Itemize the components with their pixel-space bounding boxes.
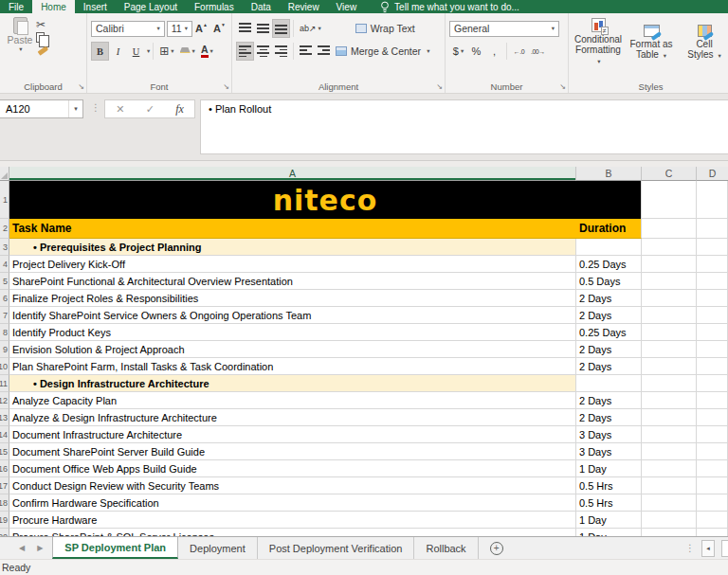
task-cell[interactable]: Procure Hardware bbox=[9, 512, 576, 529]
empty-cell[interactable] bbox=[697, 307, 728, 324]
empty-cell[interactable] bbox=[697, 358, 728, 375]
percent-button[interactable]: % bbox=[467, 42, 485, 61]
empty-cell[interactable] bbox=[642, 358, 697, 375]
decrease-decimal-button[interactable]: .00→ bbox=[528, 42, 548, 61]
row-number[interactable]: 9 bbox=[0, 341, 9, 358]
row-number[interactable]: 10 bbox=[0, 358, 9, 375]
empty-cell[interactable] bbox=[642, 307, 697, 324]
empty-cell[interactable] bbox=[642, 273, 697, 290]
ribbon-tab-insert[interactable]: Insert bbox=[75, 0, 116, 13]
align-left-button[interactable] bbox=[236, 42, 254, 61]
insert-function-icon[interactable]: fx bbox=[175, 102, 184, 117]
name-box-dropdown-icon[interactable]: ▾ bbox=[68, 100, 82, 117]
sheet-tab-sp-deployment-plan[interactable]: SP Deployment Plan bbox=[52, 537, 178, 559]
empty-cell[interactable] bbox=[642, 219, 697, 239]
align-middle-button[interactable] bbox=[254, 19, 272, 38]
ribbon-tab-file[interactable]: File bbox=[0, 0, 32, 13]
increase-indent-button[interactable] bbox=[315, 42, 333, 61]
font-dialog-launcher[interactable]: ↘ bbox=[223, 83, 229, 91]
empty-cell[interactable] bbox=[642, 375, 697, 392]
task-cell[interactable]: Document SharePoint Server Build Guide bbox=[9, 443, 576, 460]
duration-cell[interactable]: 2 Days bbox=[576, 358, 642, 375]
row-number[interactable]: 15 bbox=[0, 443, 9, 460]
duration-cell[interactable]: 3 Days bbox=[576, 426, 642, 443]
duration-cell[interactable]: 2 Days bbox=[576, 392, 642, 409]
column-header-d[interactable]: D bbox=[697, 167, 728, 181]
number-format-combo[interactable]: General ▾ bbox=[449, 21, 559, 37]
underline-button[interactable]: U bbox=[127, 42, 145, 61]
hscroll-left-button[interactable]: ◂ bbox=[701, 540, 715, 557]
duration-cell[interactable]: 2 Days bbox=[576, 409, 642, 426]
empty-cell[interactable] bbox=[642, 426, 697, 443]
align-right-button[interactable] bbox=[272, 42, 290, 61]
tell-me-box[interactable]: Tell me what you want to do... bbox=[380, 0, 519, 13]
cut-icon[interactable]: ✂ bbox=[36, 19, 48, 30]
alignment-dialog-launcher[interactable]: ↘ bbox=[436, 83, 443, 91]
wrap-text-button[interactable]: Wrap Text bbox=[353, 23, 418, 34]
empty-cell[interactable] bbox=[642, 290, 697, 307]
empty-cell[interactable] bbox=[697, 181, 728, 219]
sheet-tab-post-deployment-verification[interactable]: Post Deployment Verification bbox=[258, 537, 415, 559]
empty-cell[interactable] bbox=[697, 443, 728, 460]
currency-button[interactable]: $▾ bbox=[449, 42, 467, 61]
task-cell[interactable]: Identify SharePoint Service Owners & Ong… bbox=[9, 307, 576, 324]
task-cell[interactable]: Procure SharePoint & SQL Server Licenses bbox=[9, 529, 576, 536]
row-number[interactable]: 3 bbox=[0, 239, 9, 256]
empty-cell[interactable] bbox=[697, 512, 728, 529]
empty-cell[interactable] bbox=[697, 219, 728, 239]
row-number[interactable]: 7 bbox=[0, 307, 9, 324]
ribbon-tab-formulas[interactable]: Formulas bbox=[186, 0, 243, 13]
duration-cell[interactable]: 0.5 Days bbox=[576, 273, 642, 290]
formula-bar-grip[interactable]: ⋮ bbox=[91, 102, 100, 113]
duration-cell[interactable]: 0.5 Hrs bbox=[576, 477, 642, 494]
empty-cell[interactable] bbox=[642, 460, 697, 477]
formula-input[interactable]: • Plan Rollout bbox=[200, 99, 728, 154]
empty-cell[interactable] bbox=[697, 256, 728, 273]
duration-cell[interactable] bbox=[576, 239, 642, 256]
font-size-combo[interactable]: 11 ▾ bbox=[167, 21, 192, 37]
confirm-entry-icon[interactable]: ✓ bbox=[146, 103, 155, 116]
empty-cell[interactable] bbox=[697, 273, 728, 290]
sheet-nav-right-icon[interactable]: ▶ bbox=[37, 544, 43, 552]
row-number[interactable]: 2 bbox=[0, 219, 9, 239]
column-header-a[interactable]: A bbox=[9, 167, 576, 181]
empty-cell[interactable] bbox=[642, 443, 697, 460]
empty-cell[interactable] bbox=[642, 512, 697, 529]
empty-cell[interactable] bbox=[697, 529, 728, 536]
select-all-corner[interactable] bbox=[0, 167, 9, 181]
font-name-combo[interactable]: Calibri ▾ bbox=[91, 21, 165, 37]
duration-cell[interactable]: 2 Days bbox=[576, 307, 642, 324]
task-cell[interactable]: Project Delivery Kick-Off bbox=[9, 256, 576, 273]
row-number[interactable]: 20 bbox=[0, 529, 9, 536]
align-top-button[interactable] bbox=[236, 19, 254, 38]
empty-cell[interactable] bbox=[642, 529, 697, 536]
duration-cell[interactable]: 1 Day bbox=[576, 529, 642, 536]
row-number[interactable]: 5 bbox=[0, 273, 9, 290]
duration-cell[interactable]: 0.5 Hrs bbox=[576, 494, 642, 512]
underline-dropdown-icon[interactable]: ▾ bbox=[147, 47, 150, 55]
empty-cell[interactable] bbox=[642, 477, 697, 494]
empty-cell[interactable] bbox=[697, 426, 728, 443]
conditional-formatting-button[interactable]: Conditional Formatting ▾ bbox=[573, 17, 624, 66]
orientation-button[interactable]: ab↗▾ bbox=[297, 19, 324, 38]
comma-button[interactable]: , bbox=[485, 42, 503, 61]
row-number[interactable]: 11 bbox=[0, 375, 9, 392]
row-number[interactable]: 14 bbox=[0, 426, 9, 443]
task-cell[interactable]: Document Office Web Apps Build Guide bbox=[9, 460, 576, 477]
empty-cell[interactable] bbox=[642, 341, 697, 358]
ribbon-tab-data[interactable]: Data bbox=[243, 0, 280, 13]
empty-cell[interactable] bbox=[642, 239, 697, 256]
task-name-header-cell[interactable]: Task Name bbox=[9, 219, 576, 239]
empty-cell[interactable] bbox=[697, 341, 728, 358]
empty-cell[interactable] bbox=[697, 290, 728, 307]
row-number[interactable]: 12 bbox=[0, 392, 9, 409]
empty-cell[interactable] bbox=[697, 375, 728, 392]
empty-cell[interactable] bbox=[642, 392, 697, 409]
decrease-font-button[interactable]: A▼ bbox=[210, 19, 228, 38]
row-number[interactable]: 1 bbox=[0, 181, 9, 219]
ribbon-tab-page-layout[interactable]: Page Layout bbox=[116, 0, 186, 13]
task-cell[interactable]: Identify Product Keys bbox=[9, 324, 576, 341]
row-number[interactable]: 17 bbox=[0, 477, 9, 494]
new-sheet-button[interactable]: + bbox=[490, 537, 503, 559]
ribbon-tab-view[interactable]: View bbox=[328, 0, 366, 13]
